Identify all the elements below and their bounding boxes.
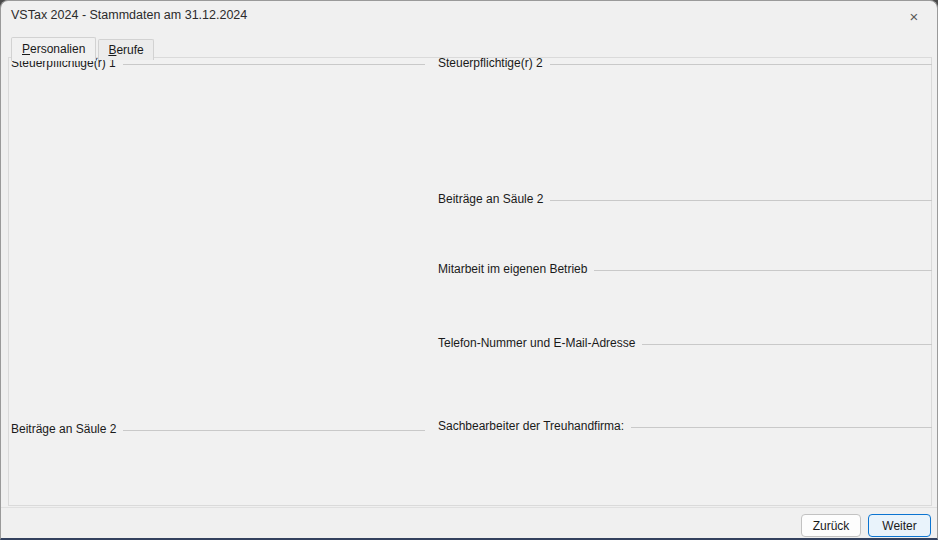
tab-personalien[interactable]: Personalien (11, 37, 96, 61)
tab-berufe[interactable]: Berufe (98, 39, 153, 60)
group-header-saeule2-tp1: Beiträge an Säule 2 (11, 422, 425, 436)
stammdaten-dialog: VSTax 2024 - Stammdaten am 31.12.2024 × … (0, 0, 938, 540)
zurueck-button[interactable]: Zurück (801, 514, 861, 537)
footer: Zurück Weiter (1, 507, 937, 538)
close-icon[interactable]: × (903, 6, 925, 26)
group-header-sachbearbeiter: Sachbearbeiter der Treuhandfirma: (438, 419, 932, 433)
window-title: VSTax 2024 - Stammdaten am 31.12.2024 (11, 8, 247, 22)
titlebar: VSTax 2024 - Stammdaten am 31.12.2024 × (1, 1, 937, 31)
group-header-mitarbeit: Mitarbeit im eigenen Betrieb (438, 262, 932, 276)
group-header-kontakt: Telefon-Nummer und E-Mail-Adresse (438, 336, 932, 350)
group-header-saeule2-tp2: Beiträge an Säule 2 (438, 192, 932, 206)
group-header-tp2: Steuerpflichtige(r) 2 (438, 56, 932, 70)
tab-bar: Personalien Berufe (11, 37, 156, 60)
personalien-panel (8, 57, 932, 506)
weiter-button[interactable]: Weiter (868, 514, 931, 537)
